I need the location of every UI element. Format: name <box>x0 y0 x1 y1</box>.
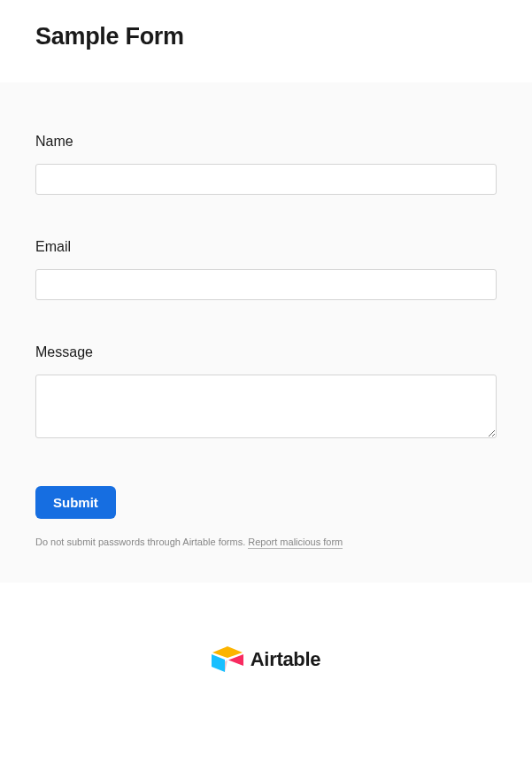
disclaimer: Do not submit passwords through Airtable… <box>35 537 497 547</box>
form-header: Sample Form <box>0 0 532 82</box>
brand-name: Airtable <box>251 648 321 671</box>
report-link[interactable]: Report malicious form <box>248 537 343 549</box>
email-input[interactable] <box>35 269 497 300</box>
name-input[interactable] <box>35 164 497 195</box>
svg-marker-1 <box>212 654 225 672</box>
message-label: Message <box>35 344 497 360</box>
brand-logo[interactable]: Airtable <box>212 646 321 673</box>
form-body: Name Email Message Submit Do not submit … <box>0 82 532 583</box>
message-input[interactable] <box>35 375 497 438</box>
message-field-group: Message <box>35 344 497 442</box>
submit-button[interactable]: Submit <box>35 486 116 519</box>
svg-marker-3 <box>225 660 227 672</box>
form-title: Sample Form <box>35 23 497 50</box>
svg-marker-0 <box>212 646 243 658</box>
footer: Airtable <box>0 583 532 691</box>
email-label: Email <box>35 239 497 255</box>
name-field-group: Name <box>35 134 497 195</box>
email-field-group: Email <box>35 239 497 300</box>
disclaimer-text: Do not submit passwords through Airtable… <box>35 537 248 547</box>
airtable-icon <box>212 646 243 673</box>
name-label: Name <box>35 134 497 150</box>
